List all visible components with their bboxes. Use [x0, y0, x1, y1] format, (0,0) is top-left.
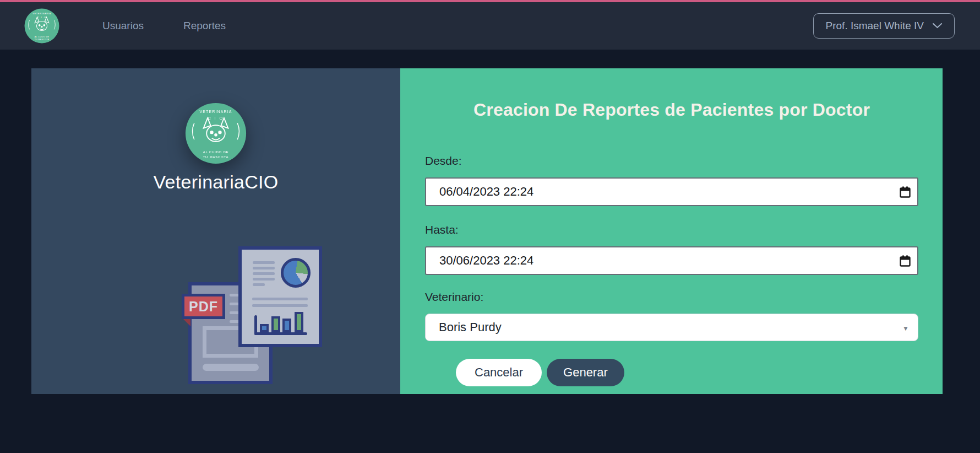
desde-field-group: Desde: [425, 154, 918, 206]
doc-line-graphic [253, 283, 265, 286]
doc-line-graphic [253, 272, 275, 275]
bar-graphic [295, 312, 303, 332]
brand-logo-large-icon: VETERINARIA C I O AL CUIDO DE TU MASCOTA [185, 103, 247, 164]
cancel-button[interactable]: Cancelar [456, 359, 542, 386]
logo-text-cio: C I O [208, 116, 224, 121]
veterinario-label: Veterinario: [425, 290, 918, 304]
page-title: Creacion De Reportes de Pacientes por Do… [425, 100, 918, 120]
desde-label: Desde: [425, 154, 918, 168]
doc-line-graphic [253, 267, 275, 269]
doc-line-graphic [252, 304, 308, 307]
user-menu-button[interactable]: Prof. Ismael White IV [813, 13, 955, 39]
report-page-graphic [238, 246, 322, 347]
calendar-icon[interactable] [900, 255, 911, 267]
report-card: VETERINARIA C I O AL CUIDO DE TU MASCOTA… [31, 68, 943, 394]
bar-graphic [271, 316, 280, 332]
brand-block: VETERINARIA C I O AL CUIDO DE TU MASCOTA… [31, 103, 400, 193]
hasta-label: Hasta: [425, 223, 918, 236]
top-navbar: VETERINARIA C I O AL CUIDO DE TU MASCOTA… [0, 0, 980, 50]
veterinario-selected-value: Boris Purdy [439, 320, 502, 335]
desde-datetime-input[interactable] [425, 177, 918, 206]
hasta-datetime-input[interactable] [425, 246, 918, 275]
doc-line-graphic [203, 364, 259, 371]
logo-text-bottom2: TU MASCOTA [35, 39, 50, 41]
user-menu-label: Prof. Ismael White IV [826, 20, 924, 32]
doc-line-graphic [253, 261, 275, 264]
bar-graphic [260, 324, 269, 332]
pie-chart-graphic [281, 258, 311, 288]
hasta-field-group: Hasta: [425, 223, 918, 275]
bar-chart-axis-graphic [254, 332, 307, 335]
form-actions: Cancelar Generar [456, 359, 918, 386]
logo-text-bottom1: AL CUIDO DE [203, 150, 229, 154]
generate-button[interactable]: Generar [547, 359, 624, 386]
logo-text-cio: C I O [37, 16, 47, 19]
veterinario-select[interactable]: Boris Purdy ▼ [425, 314, 918, 341]
bar-graphic [282, 319, 291, 332]
logo-text-top: VETERINARIA [32, 12, 51, 15]
main-nav: Usuarios Reportes [102, 20, 226, 32]
logo-text-bottom1: AL CUIDO DE [35, 36, 50, 38]
doc-line-graphic [252, 298, 308, 300]
doc-line-graphic [253, 278, 275, 281]
pdf-badge: PDF [182, 294, 225, 319]
nav-link-reportes[interactable]: Reportes [183, 20, 226, 32]
logo-text-top: VETERINARIA [200, 110, 232, 114]
brand-logo-icon[interactable]: VETERINARIA C I O AL CUIDO DE TU MASCOTA [24, 8, 59, 44]
dropdown-arrow-icon: ▼ [902, 325, 909, 332]
report-form-panel: Creacion De Reportes de Pacientes por Do… [400, 68, 943, 394]
chevron-down-icon [933, 23, 942, 29]
nav-link-usuarios[interactable]: Usuarios [102, 20, 144, 32]
brand-name: VeterinariaCIO [153, 171, 278, 193]
pdf-report-illustration: PDF [181, 246, 323, 385]
logo-text-bottom2: TU MASCOTA [203, 155, 229, 159]
calendar-icon[interactable] [900, 186, 911, 198]
brand-panel: VETERINARIA C I O AL CUIDO DE TU MASCOTA… [31, 68, 400, 394]
veterinario-field-group: Veterinario: Boris Purdy ▼ [425, 290, 918, 341]
